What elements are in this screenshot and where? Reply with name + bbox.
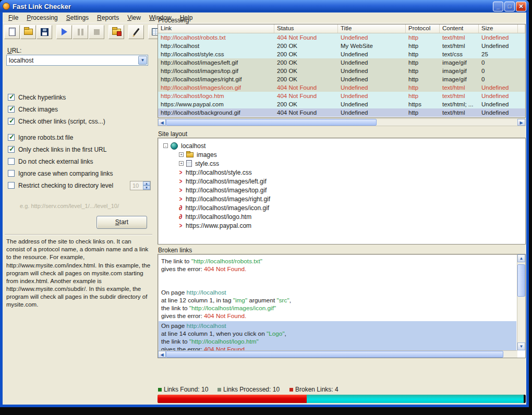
table-row[interactable]: http://localhost/images/left.gif200 OKUn… [158, 58, 525, 67]
start-checking-button[interactable] [56, 25, 72, 39]
table-row[interactable]: http://localhost/images/top.gif200 OKUnd… [158, 67, 525, 75]
table-row[interactable]: https://www.paypal.com200 OKUndefinedhtt… [158, 100, 525, 108]
column-header-status[interactable]: Status [274, 25, 338, 33]
checkbox-5[interactable] [8, 158, 15, 165]
status-label: Links Found: 10 [164, 386, 208, 393]
spinner-up-icon[interactable]: ▲ [143, 181, 150, 186]
broken-link-entry-selected[interactable]: On page http://localhostat line 14 colum… [159, 321, 516, 350]
table-row[interactable]: http://localhost/robots.txt404 Not Found… [158, 33, 525, 42]
progress-ok-segment [307, 395, 526, 403]
accel-letter: R [97, 14, 102, 21]
broken-vscroll-thumb[interactable] [517, 264, 525, 297]
url-combobox[interactable]: localhost ▼ [6, 55, 148, 66]
status-2: Broken Links: 4 [289, 386, 338, 393]
table-row[interactable]: http://localhost/images/icon.gif404 Not … [158, 83, 525, 92]
title-bar[interactable]: Fast Link Checker _□✕ [0, 0, 529, 13]
folder-icon [186, 152, 194, 157]
tree-item[interactable]: +images [163, 150, 525, 159]
url-combobox-value[interactable]: localhost [7, 57, 138, 64]
broken-vscroll-track[interactable] [517, 262, 525, 343]
checkbox-1[interactable] [8, 106, 15, 113]
checkbox-6[interactable] [8, 170, 15, 177]
expand-icon[interactable]: + [179, 161, 184, 166]
checkbox-0[interactable] [8, 94, 15, 101]
report-folder-button[interactable] [108, 25, 124, 39]
tree-item[interactable]: ∂http://localhost/images/icon.gif [163, 203, 525, 212]
cell-size: 0 [479, 67, 518, 75]
scroll-down-icon[interactable]: ▼ [517, 343, 525, 350]
table-row[interactable]: http://localhost/logo.htm404 Not FoundUn… [158, 92, 525, 100]
scroll-up-icon[interactable]: ▲ [517, 254, 525, 262]
cell-title: Undefined [338, 83, 406, 92]
cell-title: Undefined [338, 33, 406, 42]
pause-icon [78, 29, 83, 35]
directory-level-spinner[interactable]: 10▲▼ [130, 181, 151, 190]
start-button[interactable]: Start [96, 216, 147, 229]
scroll-left-icon[interactable]: ◀ [158, 351, 166, 358]
plain-text: The link to [161, 258, 191, 265]
tree-item[interactable]: >http://localhost/images/top.gif [163, 186, 525, 194]
processing-hscrollbar[interactable]: ◀ ▶ [158, 118, 526, 126]
tree-item[interactable]: >http://localhost/images/right.gif [163, 194, 525, 203]
column-header-content[interactable]: Content [440, 25, 479, 33]
menu-processing[interactable]: Processing [22, 13, 62, 22]
broken-links-vscrollbar[interactable]: ▲ ▼ [517, 254, 525, 350]
table-row[interactable]: http://localhost200 OKMy WebSitehttptext… [158, 42, 525, 50]
tree-item[interactable]: ∂http://localhost/logo.htm [163, 212, 525, 221]
column-header-protocol[interactable]: Protocol [406, 25, 440, 33]
processing-hscroll-track[interactable] [166, 119, 517, 126]
tree-item[interactable]: -localhost [163, 141, 525, 150]
broken-links-box: The link to "http://localhost/robots.txt… [158, 254, 526, 358]
new-document-button[interactable] [4, 25, 20, 39]
processing-hscroll-thumb[interactable] [166, 119, 377, 126]
scroll-right-icon[interactable]: ▶ [517, 119, 525, 126]
start-rest: tart [119, 218, 128, 226]
checkbox-row-1: Check images [8, 103, 151, 115]
checkbox-label-6: Ignore case when comparing links [18, 170, 113, 177]
broken-hscroll-thumb[interactable] [166, 351, 503, 358]
checkbox-3[interactable] [8, 134, 15, 141]
app-icon [3, 3, 10, 10]
save-button[interactable] [37, 25, 52, 39]
column-header-link[interactable]: Link [158, 25, 274, 33]
plain-text: the link to [161, 338, 189, 345]
tree-item[interactable]: >http://localhost/images/left.gif [163, 177, 525, 186]
collapse-icon[interactable]: - [163, 143, 168, 148]
checkbox-label-7: Restrict checking to directory level [18, 182, 113, 189]
menu-file[interactable]: File [4, 13, 22, 22]
broken-link-entry[interactable]: The link to "http://localhost/robots.txt… [161, 258, 516, 273]
minimize-button[interactable]: _ [493, 2, 503, 11]
column-header-size[interactable]: Size [479, 25, 518, 33]
edit-pen-button[interactable] [128, 25, 144, 39]
table-row[interactable]: http://localhost/background.gif404 Not F… [158, 108, 525, 117]
menu-view[interactable]: View [123, 13, 145, 22]
tree-item[interactable]: +style.css [163, 159, 525, 168]
table-row[interactable]: http://localhost/style.css200 OKUndefine… [158, 50, 525, 58]
menu-settings[interactable]: Settings [62, 13, 93, 22]
checkbox-row-6: Ignore case when comparing links [8, 167, 151, 179]
checkbox-2[interactable] [8, 118, 15, 125]
broken-hscroll-track[interactable] [166, 351, 517, 358]
scroll-left-icon[interactable]: ◀ [158, 119, 166, 126]
start-checking-icon [62, 28, 67, 35]
column-header-title[interactable]: Title [338, 25, 406, 33]
tree-item[interactable]: >https://www.paypal.com [163, 221, 525, 230]
chevron-down-icon[interactable]: ▼ [138, 56, 147, 65]
expand-icon[interactable]: + [179, 152, 184, 157]
broken-links-text[interactable]: The link to "http://localhost/robots.txt… [159, 254, 516, 350]
checkbox-7[interactable] [8, 182, 15, 189]
checkbox-4[interactable] [8, 146, 15, 153]
close-button[interactable]: ✕ [516, 2, 526, 11]
menu-reports[interactable]: Reports [93, 13, 123, 22]
tree-item[interactable]: >http://localhost/style.css [163, 168, 525, 177]
site-layout-tree: -localhost+images+style.css>http://local… [158, 138, 525, 230]
open-folder-button[interactable] [20, 25, 36, 39]
table-row[interactable]: http://localhost/images/right.gif200 OKU… [158, 75, 525, 83]
spinner-down-icon[interactable]: ▼ [143, 186, 150, 190]
cell-size: Undefined [479, 83, 518, 92]
cell-content: text/html [440, 83, 479, 92]
broken-links-hscrollbar[interactable]: ◀ [158, 350, 517, 358]
maximize-button[interactable]: □ [504, 2, 515, 11]
cell-title: Undefined [338, 100, 406, 108]
broken-link-entry[interactable]: On page http://localhostat line 12 colum… [161, 289, 516, 320]
